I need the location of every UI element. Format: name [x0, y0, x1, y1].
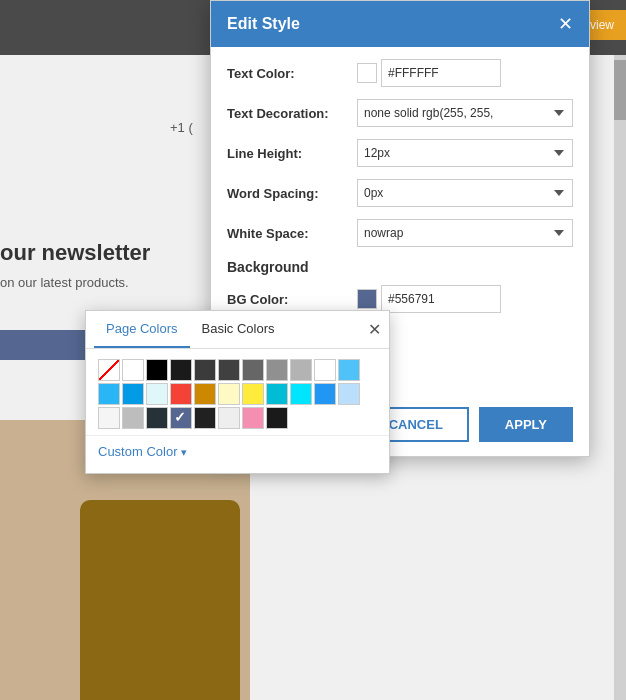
color-cell-b3b3b3[interactable]: [290, 359, 312, 381]
line-height-row: Line Height: 12px: [227, 139, 573, 167]
color-cell-white2[interactable]: [314, 359, 336, 381]
color-cell-263238[interactable]: [146, 407, 168, 429]
color-cell-212121[interactable]: [194, 407, 216, 429]
dialog-body: Text Color: Text Decoration: none solid …: [211, 47, 589, 337]
text-decoration-select[interactable]: none solid rgb(255, 255,: [357, 99, 573, 127]
text-decoration-control: none solid rgb(255, 255,: [357, 99, 573, 127]
text-color-swatch[interactable]: [357, 63, 377, 83]
color-cell-2196f3[interactable]: [314, 383, 336, 405]
tab-page-colors[interactable]: Page Colors: [94, 311, 190, 348]
color-cell-909090[interactable]: [266, 359, 288, 381]
color-cell-4fc3f7[interactable]: [338, 359, 360, 381]
word-spacing-row: Word Spacing: 0px: [227, 179, 573, 207]
color-cell-f48fb1[interactable]: [242, 407, 264, 429]
color-cell-29b6f6[interactable]: [98, 383, 120, 405]
white-space-control: nowrap: [357, 219, 573, 247]
word-spacing-label: Word Spacing:: [227, 186, 357, 201]
color-cell-white[interactable]: [122, 359, 144, 381]
bg-color-control: [357, 285, 573, 313]
white-space-row: White Space: nowrap: [227, 219, 573, 247]
white-space-label: White Space:: [227, 226, 357, 241]
color-picker-tabs: Page Colors Basic Colors: [94, 311, 287, 348]
text-color-label: Text Color:: [227, 66, 357, 81]
color-cell-00e5ff[interactable]: [290, 383, 312, 405]
color-cell-bbdefb[interactable]: [338, 383, 360, 405]
color-picker-popup: Page Colors Basic Colors ✕: [85, 310, 390, 474]
text-color-row: Text Color:: [227, 59, 573, 87]
scrollbar-thumb[interactable]: [614, 60, 626, 120]
color-cell-black[interactable]: [146, 359, 168, 381]
background-section-title: Background: [227, 259, 573, 275]
color-cell-cc8800[interactable]: [194, 383, 216, 405]
color-cell-eeeeee[interactable]: [218, 407, 240, 429]
bg-color-input[interactable]: [381, 285, 501, 313]
line-height-select[interactable]: 12px: [357, 139, 573, 167]
bag-image: [80, 500, 240, 700]
color-cell-404040[interactable]: [218, 359, 240, 381]
bg-color-label: BG Color:: [227, 292, 357, 307]
color-cell-039be5[interactable]: [122, 383, 144, 405]
text-color-input[interactable]: [381, 59, 501, 87]
line-height-label: Line Height:: [227, 146, 357, 161]
color-cell-1a1a1a-2[interactable]: [266, 407, 288, 429]
color-cell-3b3b3b[interactable]: [194, 359, 216, 381]
phone-text: +1 (: [170, 120, 193, 135]
custom-color-row: Custom Color: [86, 435, 389, 473]
bg-color-row: BG Color:: [227, 285, 573, 313]
tab-basic-colors[interactable]: Basic Colors: [190, 311, 287, 348]
bg-color-swatch[interactable]: [357, 289, 377, 309]
color-cell-f44336[interactable]: [170, 383, 192, 405]
color-cell-666666[interactable]: [242, 359, 264, 381]
apply-button[interactable]: APPLY: [479, 407, 573, 442]
color-cell-00bcd4[interactable]: [266, 383, 288, 405]
word-spacing-control: 0px: [357, 179, 573, 207]
dialog-title: Edit Style: [227, 15, 300, 33]
color-cell-e0f7fa[interactable]: [146, 383, 168, 405]
color-cell-ffeb3b[interactable]: [242, 383, 264, 405]
color-cell-none[interactable]: [98, 359, 120, 381]
color-picker-header: Page Colors Basic Colors ✕: [86, 311, 389, 349]
dialog-close-button[interactable]: ✕: [558, 15, 573, 33]
text-color-control: [357, 59, 573, 87]
line-height-control: 12px: [357, 139, 573, 167]
color-cell-556791-selected[interactable]: [170, 407, 192, 429]
products-text: on our latest products.: [0, 275, 210, 290]
color-cell-f5f5f5[interactable]: [98, 407, 120, 429]
scrollbar-track: [614, 55, 626, 700]
custom-color-link[interactable]: Custom Color: [98, 444, 187, 459]
dialog-header: Edit Style ✕: [211, 1, 589, 47]
white-space-select[interactable]: nowrap: [357, 219, 573, 247]
word-spacing-select[interactable]: 0px: [357, 179, 573, 207]
color-picker-close-button[interactable]: ✕: [368, 320, 381, 339]
color-cell-1a1a1a[interactable]: [170, 359, 192, 381]
text-decoration-label: Text Decoration:: [227, 106, 357, 121]
color-grid: [86, 349, 389, 435]
text-decoration-row: Text Decoration: none solid rgb(255, 255…: [227, 99, 573, 127]
newsletter-text: our newsletter: [0, 240, 210, 266]
color-cell-fff9c4[interactable]: [218, 383, 240, 405]
color-cell-bdbdbd[interactable]: [122, 407, 144, 429]
